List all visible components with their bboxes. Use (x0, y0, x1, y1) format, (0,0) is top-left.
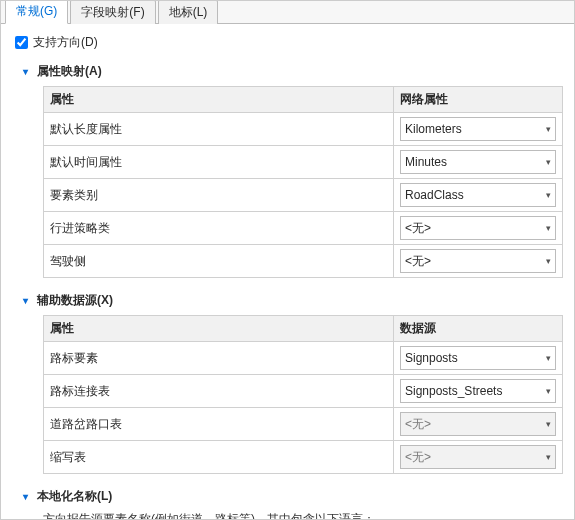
value-cell: Signposts▾ (394, 342, 563, 375)
value-cell: <无>▾ (394, 441, 563, 474)
value-text: <无> (405, 449, 431, 466)
table-row: 路标要素Signposts▾ (44, 342, 563, 375)
table-row: 路标连接表Signposts_Streets▾ (44, 375, 563, 408)
tab-landmarks[interactable]: 地标(L) (158, 0, 219, 24)
attribute-cell: 行进策略类 (44, 212, 394, 245)
attribute-cell: 路标要素 (44, 342, 394, 375)
chevron-down-icon: ▾ (546, 419, 551, 429)
value-cell: <无>▾ (394, 408, 563, 441)
attribute-cell: 道路岔路口表 (44, 408, 394, 441)
table-row: 要素类别RoadClass▾ (44, 179, 563, 212)
value-cell: Kilometers▾ (394, 113, 563, 146)
section-aux-data[interactable]: ▾ 辅助数据源(X) (23, 292, 564, 309)
chevron-down-icon: ▾ (546, 124, 551, 134)
value-dropdown[interactable]: <无>▾ (400, 249, 556, 273)
chevron-down-icon: ▾ (23, 66, 33, 77)
table-row: 默认长度属性Kilometers▾ (44, 113, 563, 146)
section-title-aux: 辅助数据源(X) (37, 292, 113, 309)
value-text: RoadClass (405, 188, 464, 202)
value-dropdown: <无>▾ (400, 412, 556, 436)
col-network-attribute: 网络属性 (394, 87, 563, 113)
value-dropdown[interactable]: <无>▾ (400, 216, 556, 240)
attribute-cell: 默认时间属性 (44, 146, 394, 179)
chevron-down-icon: ▾ (546, 353, 551, 363)
value-text: <无> (405, 253, 431, 270)
attribute-cell: 路标连接表 (44, 375, 394, 408)
value-dropdown[interactable]: Minutes▾ (400, 150, 556, 174)
table-row: 道路岔路口表<无>▾ (44, 408, 563, 441)
chevron-down-icon: ▾ (546, 386, 551, 396)
col-attribute: 属性 (44, 87, 394, 113)
chevron-down-icon: ▾ (23, 491, 33, 502)
attribute-cell: 缩写表 (44, 441, 394, 474)
supports-directions-checkbox[interactable] (15, 36, 28, 49)
value-dropdown[interactable]: Signposts_Streets▾ (400, 379, 556, 403)
value-dropdown: <无>▾ (400, 445, 556, 469)
tab-general[interactable]: 常规(G) (5, 0, 68, 24)
table-row: 驾驶侧<无>▾ (44, 245, 563, 278)
value-cell: <无>▾ (394, 245, 563, 278)
value-dropdown[interactable]: Signposts▾ (400, 346, 556, 370)
col-attribute-aux: 属性 (44, 316, 394, 342)
value-text: <无> (405, 220, 431, 237)
chevron-down-icon: ▾ (546, 256, 551, 266)
section-attribute-mapping[interactable]: ▾ 属性映射(A) (23, 63, 564, 80)
value-text: Signposts (405, 351, 458, 365)
value-cell: Minutes▾ (394, 146, 563, 179)
value-dropdown[interactable]: Kilometers▾ (400, 117, 556, 141)
section-localized-names[interactable]: ▾ 本地化名称(L) (23, 488, 564, 505)
value-text: <无> (405, 416, 431, 433)
value-cell: Signposts_Streets▾ (394, 375, 563, 408)
value-text: Signposts_Streets (405, 384, 502, 398)
attribute-cell: 要素类别 (44, 179, 394, 212)
tab-field-mapping[interactable]: 字段映射(F) (70, 0, 155, 24)
attribute-cell: 驾驶侧 (44, 245, 394, 278)
attribute-cell: 默认长度属性 (44, 113, 394, 146)
section-title-attr-map: 属性映射(A) (37, 63, 102, 80)
chevron-down-icon: ▾ (546, 223, 551, 233)
value-dropdown[interactable]: RoadClass▾ (400, 183, 556, 207)
table-row: 行进策略类<无>▾ (44, 212, 563, 245)
table-row: 默认时间属性Minutes▾ (44, 146, 563, 179)
supports-directions-label: 支持方向(D) (33, 34, 98, 51)
col-data-source: 数据源 (394, 316, 563, 342)
value-text: Minutes (405, 155, 447, 169)
localized-helper-text: 方向报告源要素名称(例如街道，路标等)，其中包含以下语言： (43, 511, 564, 520)
chevron-down-icon: ▾ (546, 157, 551, 167)
chevron-down-icon: ▾ (546, 452, 551, 462)
section-title-localized: 本地化名称(L) (37, 488, 112, 505)
aux-data-table: 属性 数据源 路标要素Signposts▾路标连接表Signposts_Stre… (43, 315, 563, 474)
value-text: Kilometers (405, 122, 462, 136)
chevron-down-icon: ▾ (546, 190, 551, 200)
value-cell: <无>▾ (394, 212, 563, 245)
value-cell: RoadClass▾ (394, 179, 563, 212)
table-row: 缩写表<无>▾ (44, 441, 563, 474)
chevron-down-icon: ▾ (23, 295, 33, 306)
attribute-mapping-table: 属性 网络属性 默认长度属性Kilometers▾默认时间属性Minutes▾要… (43, 86, 563, 278)
